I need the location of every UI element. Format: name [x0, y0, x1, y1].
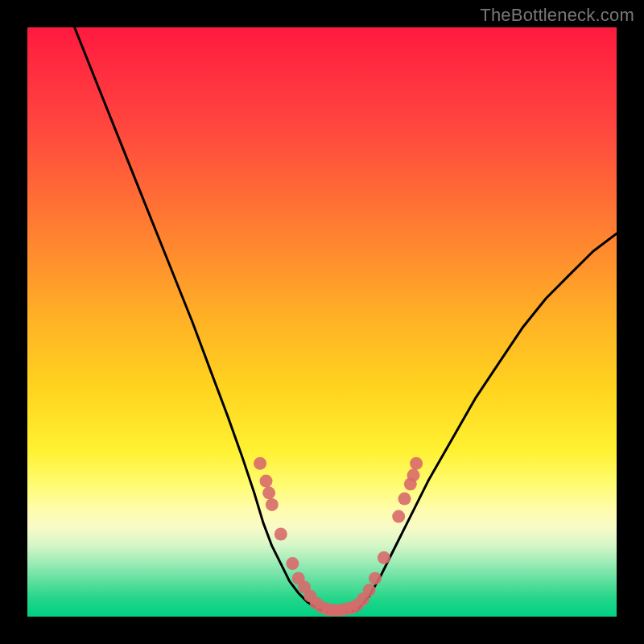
marker-dot: [410, 457, 423, 470]
marker-dot: [260, 475, 273, 488]
marker-dot: [266, 498, 279, 511]
watermark-text: TheBottleneck.com: [480, 5, 634, 26]
marker-dot: [286, 557, 299, 570]
marker-dot: [262, 486, 275, 499]
marker-dot: [363, 584, 376, 597]
marker-dot: [275, 528, 287, 541]
marker-dot: [398, 493, 411, 506]
marker-dot: [407, 469, 420, 481]
marker-dot: [254, 457, 266, 470]
marker-dot: [369, 572, 382, 584]
curve-path: [75, 27, 617, 612]
marker-dot: [378, 551, 390, 564]
plot-area: [27, 27, 617, 617]
marker-points: [254, 457, 423, 617]
chart-frame: TheBottleneck.com: [0, 0, 644, 644]
bottleneck-curve: [75, 27, 617, 612]
chart-svg: [27, 27, 617, 617]
marker-dot: [392, 510, 405, 523]
